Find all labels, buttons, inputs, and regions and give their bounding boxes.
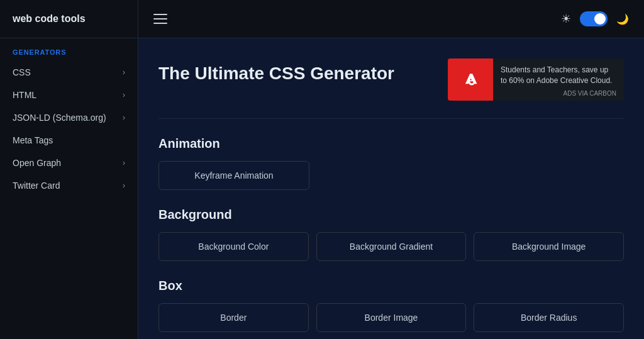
section-background: Background Background Color Background G… — [158, 208, 624, 261]
border-button[interactable]: Border — [158, 303, 309, 332]
sidebar-item-twittercard[interactable]: Twitter Card › — [0, 174, 138, 197]
chevron-right-icon: › — [123, 158, 125, 167]
moon-icon: 🌙 — [616, 13, 629, 25]
background-gradient-button[interactable]: Background Gradient — [316, 232, 467, 261]
sidebar: web code tools GENERATORS CSS › HTML › J… — [0, 0, 138, 339]
chevron-right-icon: › — [123, 113, 125, 122]
box-button-grid: Border Border Image Border Radius Box Re… — [158, 303, 624, 339]
ad-via: ADS VIA CARBON — [501, 90, 616, 97]
ad-text-area: Students and Teachers, save up to 60% on… — [493, 58, 624, 101]
sidebar-item-css-label: CSS — [13, 67, 31, 77]
ad-card: Students and Teachers, save up to 60% on… — [448, 58, 624, 101]
content-area: The Ultimate CSS Generator Students and … — [138, 38, 644, 339]
border-image-button[interactable]: Border Image — [316, 303, 467, 332]
animation-section-title: Animation — [158, 136, 624, 151]
page-title: The Ultimate CSS Generator — [158, 58, 394, 84]
toggle-knob — [594, 13, 606, 25]
topbar: ☀ 🌙 — [138, 0, 644, 38]
hamburger-line-1 — [153, 14, 167, 15]
sidebar-item-css[interactable]: CSS › — [0, 61, 138, 84]
creative-cloud-logo — [458, 67, 483, 92]
box-section-title: Box — [158, 279, 624, 293]
topbar-right: ☀ 🌙 — [561, 11, 629, 26]
background-image-button[interactable]: Background Image — [474, 232, 624, 261]
hamburger-button[interactable] — [153, 14, 167, 24]
sidebar-item-opengraph[interactable]: Open Graph › — [0, 152, 138, 174]
sidebar-item-html[interactable]: HTML › — [0, 84, 138, 106]
keyframe-animation-button[interactable]: Keyframe Animation — [158, 161, 309, 190]
background-button-grid: Background Color Background Gradient Bac… — [158, 232, 624, 261]
sun-icon: ☀ — [561, 12, 571, 26]
chevron-right-icon: › — [123, 91, 125, 99]
sidebar-item-twittercard-label: Twitter Card — [13, 181, 60, 191]
section-animation: Animation Keyframe Animation — [158, 136, 624, 190]
chevron-right-icon: › — [123, 181, 125, 190]
animation-button-grid: Keyframe Animation — [158, 161, 309, 190]
main-area: ☀ 🌙 The Ultimate CSS Generator Stude — [138, 0, 644, 339]
background-color-button[interactable]: Background Color — [158, 232, 309, 261]
ad-image — [448, 58, 493, 101]
sidebar-item-metatags-label: Meta Tags — [13, 135, 53, 145]
hamburger-line-3 — [153, 23, 167, 24]
sidebar-section-label: GENERATORS — [0, 38, 138, 61]
chevron-right-icon: › — [123, 68, 125, 77]
logo-text: web code tools — [13, 13, 86, 25]
theme-toggle[interactable] — [580, 11, 608, 26]
ad-text: Students and Teachers, save up to 60% on… — [501, 65, 616, 86]
sidebar-item-jsonld[interactable]: JSON-LD (Schema.org) › — [0, 106, 138, 129]
hero-area: The Ultimate CSS Generator Students and … — [158, 58, 624, 119]
sidebar-item-opengraph-label: Open Graph — [13, 158, 61, 168]
section-box: Box Border Border Image Border Radius Bo… — [158, 279, 624, 339]
sidebar-item-html-label: HTML — [13, 90, 36, 100]
border-radius-button[interactable]: Border Radius — [474, 303, 624, 332]
hamburger-line-2 — [153, 18, 167, 19]
topbar-left — [153, 14, 167, 24]
sidebar-item-metatags[interactable]: Meta Tags — [0, 129, 138, 152]
background-section-title: Background — [158, 208, 624, 222]
sidebar-item-jsonld-label: JSON-LD (Schema.org) — [13, 113, 106, 123]
sidebar-logo: web code tools — [0, 0, 138, 38]
